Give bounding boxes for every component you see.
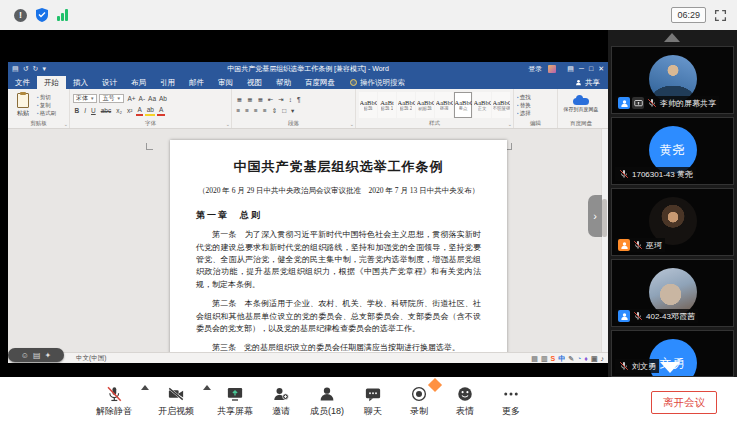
style-gallery-item[interactable]: AaBbCcE要点 — [454, 92, 472, 118]
dialog-launcher-icon[interactable]: ⌄ — [64, 121, 68, 127]
members-button[interactable]: 成员(18) — [304, 384, 350, 418]
scroll-down-arrow[interactable] — [660, 362, 680, 373]
chat-button[interactable]: 聊天 — [350, 384, 396, 418]
paragraph-tool-icon[interactable]: □ — [281, 106, 288, 115]
style-gallery-item[interactable]: AaBbC标题 2 — [397, 92, 415, 118]
undo-icon[interactable]: ↺ — [23, 65, 29, 73]
dialog-launcher-icon[interactable]: ⌄ — [350, 121, 354, 127]
italic-icon[interactable]: I — [83, 106, 88, 115]
save-icon[interactable]: ▤ — [12, 65, 19, 73]
language-status[interactable]: 中文(中国) — [76, 354, 106, 363]
view-read-icon[interactable]: ▤ — [531, 355, 538, 362]
edit-menu-item[interactable]: 查找 — [517, 94, 531, 101]
ribbon-tab-7[interactable]: 邮件 — [182, 76, 211, 89]
paragraph-tool-icon[interactable]: ¶ — [296, 95, 303, 104]
clock-icon[interactable]: ◔ — [577, 355, 581, 362]
document-area[interactable]: 中国共产党基层组织选举工作条例 （2020 年 6 月 29 日中共中央政治局会… — [8, 129, 608, 352]
start-video-button-options-caret[interactable] — [202, 385, 212, 390]
invite-button[interactable]: 邀请 — [258, 384, 304, 418]
paragraph-tool-icon[interactable]: ≡ — [253, 106, 260, 115]
font-tool-icon[interactable]: A- — [137, 94, 147, 103]
pill-icon[interactable]: ☺ — [21, 351, 29, 360]
style-gallery-item[interactable]: AaBbC标题 — [359, 92, 377, 118]
sidebar-collapse-handle[interactable]: › — [588, 195, 602, 237]
paragraph-tool-icon[interactable]: ≣ — [256, 95, 264, 104]
save-to-baidu-button[interactable]: 保存到百度网盘 — [561, 91, 601, 119]
word-scrollbar[interactable] — [601, 129, 608, 352]
style-gallery-item[interactable]: AaBbCcD强调 — [435, 92, 453, 118]
strikethrough-icon[interactable]: abc — [99, 106, 112, 115]
keyboard-icon[interactable]: ▣ — [591, 355, 598, 362]
meeting-info-icon[interactable]: ! — [14, 9, 27, 22]
ribbon-tab-1[interactable]: 文件 — [8, 76, 37, 89]
paragraph-tool-icon[interactable]: ⇥ — [277, 95, 285, 104]
style-gallery-item[interactable]: AaBbCcDd正文 — [473, 92, 491, 118]
paragraph-tool-icon[interactable]: ≡ — [235, 106, 242, 115]
sogou-input-icon[interactable]: S — [551, 355, 556, 362]
underline-icon[interactable]: U — [90, 106, 98, 115]
ribbon-tab-8[interactable]: 审阅 — [211, 76, 240, 89]
scrollbar-thumb[interactable] — [602, 199, 607, 237]
ribbon-tab-3[interactable]: 插入 — [66, 76, 95, 89]
lang-zh-icon[interactable]: 中 — [558, 355, 565, 362]
paste-button[interactable]: 粘贴 — [11, 91, 35, 119]
subscript-icon[interactable]: x₂ — [115, 106, 124, 115]
paragraph-tool-icon[interactable]: ≡ — [261, 106, 268, 115]
view-print-icon[interactable]: ▥ — [541, 355, 548, 362]
share-screen-button[interactable]: 共享屏幕 — [212, 384, 258, 418]
font-tool-icon[interactable]: Ab — [158, 94, 169, 103]
unmute-button-options-caret[interactable] — [140, 385, 150, 390]
ribbon-tab-6[interactable]: 引用 — [153, 76, 182, 89]
edit-menu-item[interactable]: 选择 — [517, 110, 531, 117]
font-tool-icon[interactable]: A+ — [126, 94, 137, 103]
text-effects-icon[interactable]: A — [136, 105, 143, 116]
paragraph-tool-icon[interactable]: ↕ — [287, 95, 293, 104]
ribbon-tab-5[interactable]: 布局 — [124, 76, 153, 89]
fullscreen-icon[interactable] — [714, 9, 727, 22]
leave-meeting-button[interactable]: 离开会议 — [651, 391, 717, 414]
more-button[interactable]: 更多 — [488, 384, 534, 418]
font-color-icon[interactable]: A — [157, 105, 164, 116]
redo-icon[interactable]: ↻ — [33, 65, 39, 73]
style-gallery-item[interactable]: AaBbC副标题 — [416, 92, 434, 118]
start-video-button[interactable]: 开启视频 — [150, 384, 202, 418]
ribbon-tab-10[interactable]: 帮助 — [269, 76, 298, 89]
ribbon-tab-2[interactable]: 开始 — [37, 76, 66, 89]
font-size-select[interactable]: 五号▼ — [99, 94, 123, 103]
pen-icon[interactable]: ✎ — [568, 355, 574, 362]
paragraph-tool-icon[interactable]: ▾ — [290, 106, 296, 115]
edit-menu-item[interactable]: 替换 — [517, 102, 531, 109]
participant-tile[interactable]: 巫珂 — [611, 188, 734, 256]
dialog-launcher-icon[interactable]: ⌄ — [508, 121, 512, 127]
ribbon-tab-11[interactable]: 百度网盘 — [298, 76, 342, 89]
paragraph-tool-icon[interactable]: ≡ — [244, 106, 251, 115]
scroll-up-arrow[interactable] — [664, 33, 680, 42]
account-avatar[interactable] — [548, 65, 556, 73]
participant-tile[interactable]: 黄尧1706301-43 黄尧 — [611, 117, 734, 185]
bold-icon[interactable]: B — [73, 106, 81, 115]
clipboard-item[interactable]: 格式刷 — [37, 110, 56, 117]
sound-icon[interactable]: ♪ — [601, 355, 605, 362]
sign-in-button[interactable]: 登录 — [528, 64, 542, 74]
record-button[interactable]: 录制 — [396, 384, 442, 418]
highlight-icon[interactable]: ab — [145, 105, 155, 116]
paragraph-tool-icon[interactable]: ⇤ — [266, 95, 274, 104]
quick-access-toolbar[interactable]: ▤↺↻▾ — [12, 65, 46, 73]
gem-icon[interactable]: ♦ — [584, 355, 588, 362]
style-gallery-item[interactable]: AaBt标题 1 — [378, 92, 396, 118]
font-name-select[interactable]: 宋体▼ — [73, 94, 97, 103]
clipboard-item[interactable]: 剪切 — [37, 94, 56, 101]
clipboard-item[interactable]: 复制 — [37, 102, 56, 109]
emoji-button[interactable]: 表情 — [442, 384, 488, 418]
minimize-button[interactable]: ─ — [579, 65, 584, 72]
ribbon-tab-9[interactable]: 视图 — [240, 76, 269, 89]
participant-tile[interactable]: 李帅的屏幕共享 — [611, 46, 734, 114]
font-tool-icon[interactable]: Aa — [147, 94, 158, 103]
customize-qat-icon[interactable]: ▾ — [42, 65, 46, 73]
restore-button[interactable]: □ — [589, 65, 593, 72]
participant-tile[interactable]: 402-43邓霞茜 — [611, 259, 734, 327]
floating-meeting-pill[interactable]: ☺▤✦ — [8, 348, 64, 362]
share-button[interactable]: 共享 — [575, 76, 600, 89]
document-page[interactable]: 中国共产党基层组织选举工作条例 （2020 年 6 月 29 日中共中央政治局会… — [170, 140, 507, 352]
tell-me-search[interactable]: 操作说明搜索 — [350, 76, 405, 89]
